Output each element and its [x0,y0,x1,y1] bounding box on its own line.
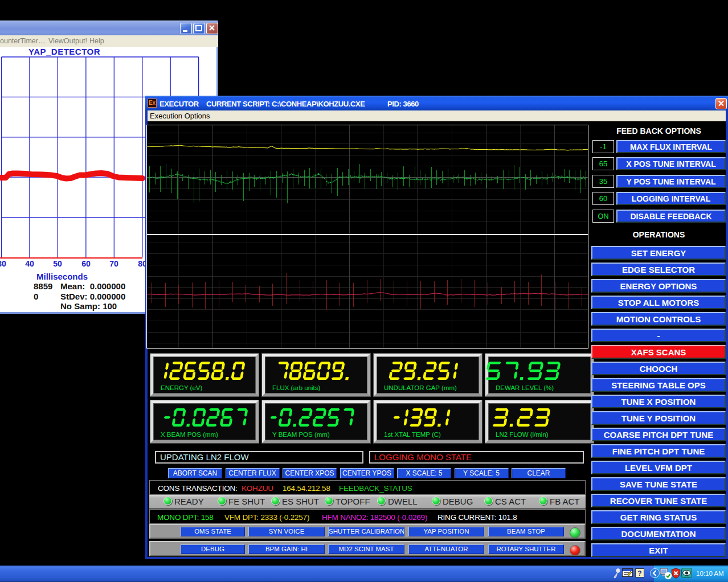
svg-text:?: ? [637,569,641,577]
